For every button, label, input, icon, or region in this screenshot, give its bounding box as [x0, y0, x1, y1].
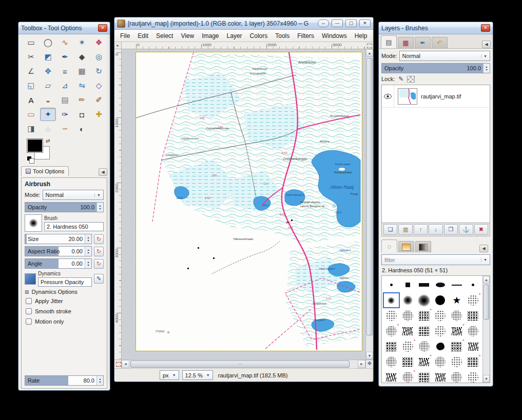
- brush-item[interactable]: [400, 277, 416, 292]
- brush-item[interactable]: [400, 324, 416, 338]
- brush-scroll-thumb[interactable]: [484, 285, 489, 319]
- menu-filters[interactable]: Filters: [294, 31, 318, 41]
- lower-layer-button[interactable]: ↓: [429, 224, 442, 235]
- menu-edit[interactable]: Edit: [134, 31, 152, 41]
- dock-tab-channels[interactable]: ▦: [398, 37, 414, 48]
- horizontal-scrollbar[interactable]: ◄ ⋯ ►: [122, 359, 365, 368]
- tool-free-select[interactable]: ∿: [57, 36, 73, 49]
- minimize-button[interactable]: —: [332, 19, 343, 27]
- menu-layer[interactable]: Layer: [223, 31, 246, 41]
- brush-item[interactable]: [416, 370, 432, 383]
- brush-item[interactable]: [449, 354, 465, 369]
- tool-flip[interactable]: ⇋: [74, 79, 90, 92]
- tool-shear[interactable]: ▱: [40, 79, 56, 92]
- image-titlebar[interactable]: [rautjarvi_map] (imported)-1.0 (RGB colo…: [114, 17, 373, 30]
- tool-ink[interactable]: ✑: [57, 108, 73, 121]
- brush-item[interactable]: +: [383, 324, 399, 338]
- layer-list[interactable]: rautjarvi_map.tif: [381, 85, 490, 223]
- menu-image[interactable]: Image: [198, 31, 222, 41]
- dynamics-options-expander[interactable]: ⊞ Dynamics Options: [25, 289, 104, 295]
- angle-reset-button[interactable]: ↻: [94, 259, 104, 269]
- brush-item[interactable]: [416, 293, 432, 308]
- rate-spin-buttons[interactable]: ▴▾: [96, 376, 103, 385]
- tool-select-by-color[interactable]: ❖: [91, 36, 107, 49]
- dock-tab-layers[interactable]: ▤: [381, 35, 397, 48]
- tool-paths[interactable]: ✒: [57, 50, 73, 64]
- checkbox-box[interactable]: [26, 298, 32, 304]
- brush-item[interactable]: [449, 370, 465, 383]
- brush-item[interactable]: [465, 277, 481, 292]
- brush-item[interactable]: [449, 308, 465, 323]
- foreground-color-swatch[interactable]: [27, 139, 43, 152]
- menu-file[interactable]: File: [117, 31, 133, 41]
- brush-item[interactable]: [416, 339, 432, 354]
- size-spin-buttons[interactable]: ▴▾: [85, 234, 91, 244]
- brush-item[interactable]: +: [465, 293, 481, 308]
- brush-dock-collapse-button[interactable]: ◀: [479, 245, 488, 252]
- dock-tab-gradient-fg[interactable]: [398, 241, 414, 252]
- brush-item[interactable]: [433, 324, 449, 338]
- brush-scrollbar[interactable]: ▲ ▼: [482, 276, 490, 383]
- angle-spin-buttons[interactable]: ▴▾: [85, 259, 91, 268]
- brush-preview-button[interactable]: [25, 214, 42, 232]
- brush-item[interactable]: [449, 277, 465, 292]
- menu-view[interactable]: View: [177, 31, 198, 41]
- option-apply-jitter[interactable]: Apply Jitter: [26, 298, 104, 304]
- close-button[interactable]: ✕: [359, 19, 371, 27]
- tool-rotate[interactable]: ↻: [91, 65, 107, 78]
- dock-tab-paths[interactable]: ✒: [415, 37, 431, 48]
- dynamics-entry[interactable]: Pressure Opacity: [38, 277, 92, 287]
- tool-blur-sharpen[interactable]: ◌: [40, 122, 56, 135]
- aspect-ratio-slider[interactable]: Aspect Ratio 0.00 ▴▾: [25, 246, 92, 256]
- tool-foreground-select[interactable]: ◩: [40, 50, 56, 64]
- hscroll-thumb[interactable]: ⋯: [130, 361, 350, 368]
- window-arrows-button[interactable]: ⇔: [318, 19, 329, 27]
- lock-pixels-icon[interactable]: ✎: [398, 75, 403, 83]
- size-reset-button[interactable]: ↻: [94, 234, 104, 244]
- dynamics-edit-button[interactable]: ✎: [94, 274, 104, 284]
- angle-slider[interactable]: Angle 0.00 ▴▾: [25, 258, 92, 269]
- opacity-slider[interactable]: Opacity 100.0 ▴▾: [25, 202, 104, 212]
- brush-item[interactable]: ★: [449, 293, 465, 308]
- zoom-select[interactable]: 12.5 % ▼: [182, 370, 213, 380]
- brush-item[interactable]: [383, 339, 399, 354]
- brush-item[interactable]: +: [400, 370, 416, 383]
- vscroll-thumb[interactable]: [366, 58, 373, 335]
- canvas[interactable]: AhelänkorpiViipankorpiKulmapyykkiRustiho…: [122, 49, 365, 359]
- horizontal-ruler[interactable]: 0100020003000: [122, 42, 365, 49]
- aspect-reset-button[interactable]: ↻: [94, 247, 104, 256]
- menu-select[interactable]: Select: [152, 31, 177, 41]
- layer-visibility-toggle[interactable]: [382, 85, 394, 107]
- tool-crop[interactable]: ▦: [74, 65, 90, 78]
- tool-bucket-fill[interactable]: ◒: [40, 93, 56, 107]
- tool-ellipse-select[interactable]: ◯: [40, 36, 56, 49]
- brush-item[interactable]: [433, 339, 449, 354]
- rate-slider[interactable]: Rate 80.0 ▴▾: [25, 375, 104, 386]
- tool-options-tab[interactable]: Tool Options: [21, 166, 69, 176]
- layer-opacity-spin-buttons[interactable]: ▴▾: [483, 64, 490, 73]
- lock-alpha-icon[interactable]: [407, 76, 415, 83]
- brush-item[interactable]: [465, 339, 481, 354]
- tool-dodge-burn[interactable]: ◐: [74, 122, 90, 135]
- tool-perspective-clone[interactable]: ◨: [23, 122, 39, 135]
- canvas-menu-button[interactable]: ▸: [114, 42, 122, 49]
- aspect-spin-buttons[interactable]: ▴▾: [85, 247, 91, 256]
- brush-item[interactable]: [465, 370, 481, 383]
- raise-layer-button[interactable]: ↑: [414, 224, 428, 235]
- brush-item[interactable]: [400, 354, 416, 369]
- new-layer-button[interactable]: ❏: [383, 224, 397, 235]
- hscroll-track[interactable]: ⋯: [129, 360, 358, 368]
- tool-alignment[interactable]: ≡: [57, 65, 73, 78]
- tool-cage-transform[interactable]: ◇: [91, 79, 107, 92]
- scroll-down-button[interactable]: ▼: [366, 352, 373, 359]
- brush-filter-combo[interactable]: filter ▼: [381, 254, 490, 265]
- brush-item[interactable]: [383, 370, 399, 383]
- tool-clone[interactable]: ◘: [74, 108, 90, 121]
- scroll-right-button[interactable]: ►: [358, 360, 365, 368]
- brush-item[interactable]: [416, 277, 432, 292]
- scroll-up-button[interactable]: ▲: [366, 49, 373, 57]
- brush-scroll-down-button[interactable]: ▼: [483, 375, 490, 383]
- brush-item[interactable]: +: [400, 339, 416, 354]
- layers-close-button[interactable]: ✕: [481, 24, 490, 32]
- delete-layer-button[interactable]: ✖: [474, 224, 488, 235]
